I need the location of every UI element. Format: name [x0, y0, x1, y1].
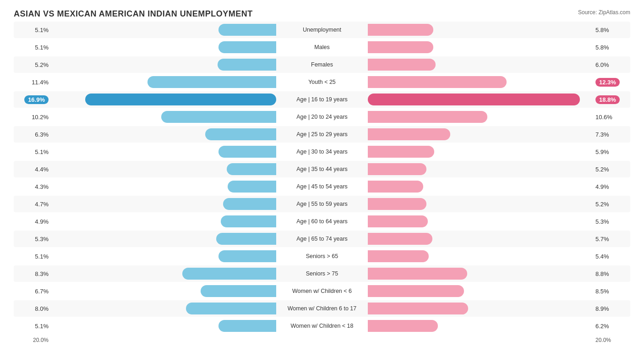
center-label: Age | 30 to 34 years [276, 149, 368, 155]
right-bar-area [368, 320, 594, 332]
right-value: 12.3% [594, 79, 630, 86]
right-value: 5.8% [594, 44, 630, 51]
chart-row: 4.4%Age | 35 to 44 years5.2% [14, 161, 630, 177]
right-bar [368, 215, 428, 227]
left-bar [221, 215, 276, 227]
chart-row: 5.1%Age | 30 to 34 years5.9% [14, 143, 630, 160]
center-label: Age | 60 to 64 years [276, 218, 368, 225]
right-bar-area [368, 285, 594, 297]
right-value: 6.0% [594, 61, 630, 68]
right-value: 5.2% [594, 201, 630, 208]
right-bar [368, 76, 507, 88]
left-bar [201, 285, 276, 297]
left-value: 11.4% [14, 79, 50, 86]
left-bar-area [50, 320, 276, 332]
right-bar-area [368, 250, 594, 262]
right-bar-area [368, 41, 594, 53]
right-bar-area [368, 24, 594, 36]
left-bar [228, 181, 276, 193]
center-label: Women w/ Children < 18 [276, 323, 368, 329]
left-value: 5.3% [14, 236, 50, 242]
left-bar [218, 146, 276, 158]
right-bar [368, 320, 438, 332]
right-value: 18.8% [594, 96, 630, 103]
left-value: 4.9% [14, 218, 50, 225]
center-label: Women w/ Children < 6 [276, 288, 368, 294]
left-bar [218, 320, 276, 332]
center-label: Unemployment [276, 27, 368, 33]
right-value: 5.9% [594, 149, 630, 155]
right-bar [368, 250, 429, 262]
right-bar [368, 128, 450, 140]
left-bar-area [50, 285, 276, 297]
right-bar-area [368, 215, 594, 227]
chart-row: 5.3%Age | 65 to 74 years5.7% [14, 231, 630, 247]
right-bar-area [368, 268, 594, 280]
center-label: Age | 65 to 74 years [276, 236, 368, 242]
left-value: 4.7% [14, 201, 50, 208]
center-label: Age | 25 to 29 years [276, 131, 368, 138]
right-value: 5.7% [594, 236, 630, 242]
left-bar-area [50, 128, 276, 140]
right-bar [368, 163, 426, 175]
right-bar-area [368, 76, 594, 88]
center-label: Females [276, 61, 368, 68]
center-label: Age | 35 to 44 years [276, 166, 368, 172]
chart-row: 16.9%Age | 16 to 19 years18.8% [14, 91, 630, 108]
left-bar [147, 76, 276, 88]
left-bar-area [50, 94, 276, 105]
chart-row: 6.3%Age | 25 to 29 years7.3% [14, 126, 630, 143]
left-bar [161, 111, 276, 123]
chart-row: 10.2%Age | 20 to 24 years10.6% [14, 109, 630, 125]
right-value: 10.6% [594, 114, 630, 121]
center-label: Males [276, 44, 368, 50]
left-value: 16.9% [14, 96, 50, 103]
left-bar [182, 268, 276, 280]
chart-row: 5.2%Females6.0% [14, 56, 630, 73]
right-bar-area [368, 128, 594, 140]
axis-left-label: 20.0% [14, 337, 50, 343]
chart-row: 4.9%Age | 60 to 64 years5.3% [14, 213, 630, 230]
right-value: 5.4% [594, 253, 630, 260]
chart-container: ASIAN VS MEXICAN AMERICAN INDIAN UNEMPLO… [0, 0, 644, 347]
left-bar-area [50, 250, 276, 262]
right-bar [368, 198, 426, 210]
right-value: 4.9% [594, 183, 630, 190]
chart-row: 8.3%Seniors > 758.8% [14, 265, 630, 282]
center-label: Age | 55 to 59 years [276, 201, 368, 207]
left-bar-area [50, 163, 276, 175]
center-label: Age | 16 to 19 years [276, 96, 368, 103]
right-bar-area [368, 94, 594, 105]
left-bar-area [50, 198, 276, 210]
left-bar-area [50, 24, 276, 36]
right-value: 5.3% [594, 218, 630, 225]
left-bar-area [50, 181, 276, 193]
right-value: 8.5% [594, 288, 630, 295]
right-value: 8.8% [594, 270, 630, 277]
right-bar-area [368, 233, 594, 245]
chart-row: 11.4%Youth < 2512.3% [14, 74, 630, 90]
left-bar [216, 233, 276, 245]
right-bar [368, 268, 467, 280]
left-bar-area [50, 268, 276, 280]
left-bar-area [50, 111, 276, 123]
left-value: 5.1% [14, 253, 50, 260]
source-text: Source: ZipAtlas.com [578, 9, 630, 16]
left-bar [85, 94, 276, 105]
left-bar-area [50, 59, 276, 71]
right-bar [368, 111, 487, 123]
left-value: 5.1% [14, 27, 50, 33]
right-value: 6.2% [594, 323, 630, 330]
right-value: 5.2% [594, 166, 630, 173]
left-bar [218, 24, 276, 36]
left-bar-area [50, 303, 276, 314]
left-bar-area [50, 233, 276, 245]
left-value: 6.3% [14, 131, 50, 138]
right-bar [368, 303, 468, 314]
left-value: 4.4% [14, 166, 50, 173]
left-bar [205, 128, 276, 140]
right-value: 7.3% [594, 131, 630, 138]
center-label: Seniors > 65 [276, 253, 368, 259]
center-label: Youth < 25 [276, 79, 368, 85]
left-value: 8.0% [14, 305, 50, 312]
